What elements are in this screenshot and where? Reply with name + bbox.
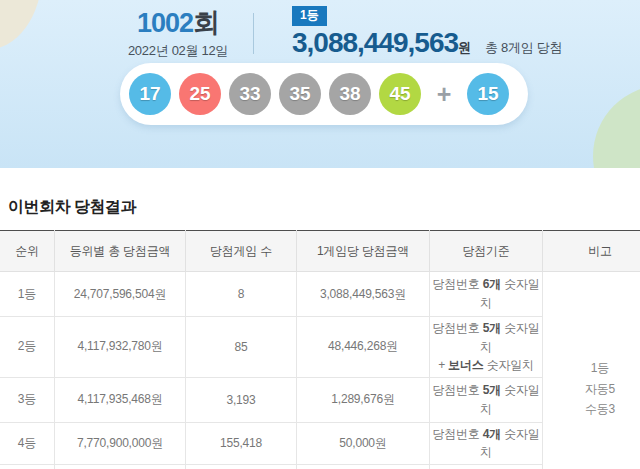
- col-header-rank: 순위: [0, 231, 55, 272]
- bonus-ball: 15: [467, 73, 509, 115]
- criteria-prefix: 당첨번호: [432, 277, 482, 291]
- lotto-ball-5: 38: [329, 73, 371, 115]
- note-line: 수동3: [545, 399, 640, 419]
- cell-rank: 1등: [0, 272, 55, 317]
- cell-note: 1등 자동5 수동3: [543, 272, 640, 469]
- cell-games: 2,436,676: [186, 464, 297, 469]
- cell-per-game: 3,088,449,563원: [297, 272, 430, 317]
- prize-unit: 원: [458, 40, 471, 55]
- table-row-rank1: 1등 24,707,596,504원 8 3,088,449,563원 당첨번호…: [0, 272, 640, 317]
- cell-per-game: 5,000원: [297, 464, 430, 469]
- criteria-count: 6개: [483, 277, 501, 291]
- col-header-note: 비고: [543, 231, 640, 272]
- cell-criteria: 당첨번호 5개 숫자일치 + 보너스 숫자일치: [430, 317, 543, 378]
- cell-games: 8: [186, 272, 297, 317]
- cell-rank: 2등: [0, 317, 55, 378]
- round-number: 1002: [137, 8, 193, 38]
- decorative-circle-green: [593, 85, 640, 168]
- round-title: 1002회: [95, 9, 261, 39]
- plus-icon: +: [429, 80, 459, 109]
- draw-date: 2022년 02월 12일: [95, 42, 261, 60]
- lotto-ball-1: 17: [129, 73, 171, 115]
- cell-total: 12,183,380,000원: [55, 464, 186, 469]
- rank-badge: 1등: [292, 6, 327, 26]
- draw-summary-hero: 1002회 2022년 02월 12일 1등 3,088,449,563원총 8…: [0, 0, 640, 168]
- decorative-circle-cream: [0, 0, 42, 50]
- col-header-per-game: 1게임당 당첨금액: [297, 231, 430, 272]
- cell-per-game: 1,289,676원: [297, 377, 430, 422]
- cell-per-game: 50,000원: [297, 422, 430, 464]
- cell-games: 85: [186, 317, 297, 378]
- lotto-ball-4: 35: [279, 73, 321, 115]
- cell-total: 7,770,900,000원: [55, 422, 186, 464]
- cell-games: 3,193: [186, 377, 297, 422]
- cell-rank: 5등: [0, 464, 55, 469]
- note-line: 1등: [545, 358, 640, 378]
- vertical-divider: [253, 13, 254, 54]
- section-title: 이번회차 당첨결과: [8, 197, 640, 218]
- cell-total: 4,117,932,780원: [55, 317, 186, 378]
- lotto-ball-6: 45: [379, 73, 421, 115]
- cell-rank: 4등: [0, 422, 55, 464]
- criteria-count: 4개: [483, 427, 501, 441]
- col-header-criteria: 당첨기준: [430, 231, 543, 272]
- lotto-ball-2: 25: [179, 73, 221, 115]
- cell-total: 4,117,935,468원: [55, 377, 186, 422]
- cell-criteria: 당첨번호 4개 숫자일치: [430, 422, 543, 464]
- cell-criteria: 당첨번호 6개 숫자일치: [430, 272, 543, 317]
- round-number-suffix: 회: [193, 8, 219, 38]
- results-table: 순위 등위별 총 당첨금액 당첨게임 수 1게임당 당첨금액 당첨기준 비고 1…: [0, 230, 640, 469]
- criteria-count: 5개: [483, 321, 501, 335]
- criteria2-bonus: 보너스: [448, 358, 483, 372]
- cell-criteria: 당첨번호 3개 숫자일치: [430, 464, 543, 469]
- cell-games: 155,418: [186, 422, 297, 464]
- prize-line: 3,088,449,563원총 8게임 당첨: [292, 27, 562, 59]
- table-header-row: 순위 등위별 총 당첨금액 당첨게임 수 1게임당 당첨금액 당첨기준 비고: [0, 231, 640, 272]
- prize-amount: 3,088,449,563: [292, 27, 458, 58]
- col-header-total: 등위별 총 당첨금액: [55, 231, 186, 272]
- note-line: 자동5: [545, 379, 640, 399]
- criteria-prefix: 당첨번호: [432, 321, 482, 335]
- criteria-prefix: 당첨번호: [432, 383, 482, 397]
- criteria-prefix: 당첨번호: [432, 427, 482, 441]
- cell-criteria: 당첨번호 5개 숫자일치: [430, 377, 543, 422]
- cell-total: 24,707,596,504원: [55, 272, 186, 317]
- criteria2-prefix: +: [438, 358, 448, 372]
- criteria2-suffix: 숫자일치: [484, 358, 534, 372]
- winning-numbers-panel: 17 25 33 35 38 45 + 15: [120, 63, 528, 125]
- lotto-ball-3: 33: [229, 73, 271, 115]
- results-section: 이번회차 당첨결과 순위 등위별 총 당첨금액 당첨게임 수 1게임당 당첨금액…: [0, 197, 640, 469]
- criteria-count: 5개: [483, 383, 501, 397]
- total-games-label: 총 8게임 당첨: [485, 40, 562, 55]
- first-prize-summary: 1등 3,088,449,563원총 8게임 당첨: [292, 5, 562, 59]
- draw-round-block: 1002회 2022년 02월 12일: [95, 9, 261, 60]
- col-header-games: 당첨게임 수: [186, 231, 297, 272]
- cell-rank: 3등: [0, 377, 55, 422]
- cell-per-game: 48,446,268원: [297, 317, 430, 378]
